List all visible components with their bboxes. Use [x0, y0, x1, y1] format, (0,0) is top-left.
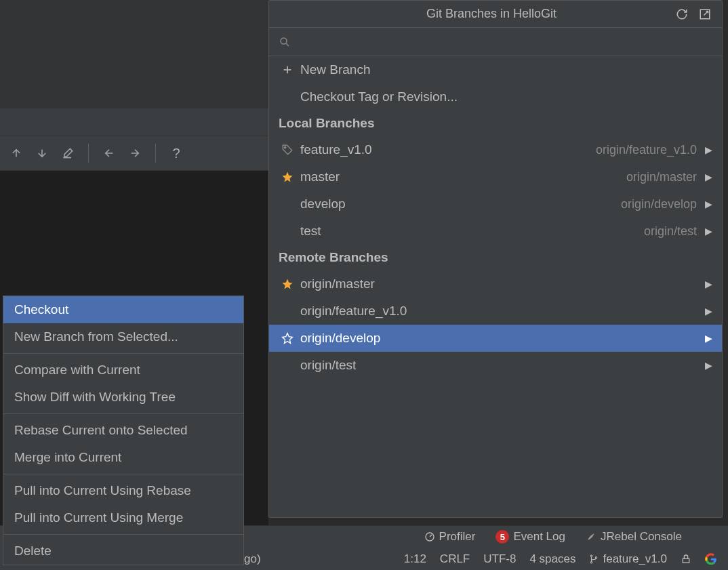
local-branch-feature[interactable]: feature_v1.0 origin/feature_v1.0 ▶ [269, 136, 722, 163]
local-branch-develop[interactable]: develop origin/develop ▶ [269, 190, 722, 218]
toolbar-separator [88, 144, 89, 163]
remote-branches-header: Remote Branches [269, 245, 722, 270]
chevron-right-icon: ▶ [705, 360, 712, 371]
branch-name: origin/master [300, 277, 375, 291]
star-icon [279, 171, 296, 183]
local-branch-test[interactable]: test origin/test ▶ [269, 218, 722, 245]
context-compare[interactable]: Compare with Current [3, 357, 243, 384]
context-pull-merge[interactable]: Pull into Current Using Merge [3, 504, 243, 531]
editor-toolbar: ? [0, 136, 268, 171]
tag-icon [279, 144, 296, 156]
cursor-position[interactable]: 1:12 [404, 552, 426, 566]
branch-name: master [300, 169, 340, 184]
context-new-branch[interactable]: New Branch from Selected... [3, 323, 243, 350]
context-divider [3, 353, 243, 354]
branch-name: origin/feature_v1.0 [300, 304, 407, 319]
edit-underline-icon[interactable] [60, 145, 76, 161]
context-pull-rebase[interactable]: Pull into Current Using Rebase [3, 477, 243, 504]
editor-top-panel [0, 0, 268, 108]
popup-body: New Branch Checkout Tag or Revision... L… [269, 56, 722, 517]
popup-title: Git Branches in HelloGit [308, 7, 674, 21]
search-row[interactable] [269, 28, 722, 56]
tracking-label: origin/develop [621, 197, 697, 211]
jrebel-label: JRebel Console [601, 530, 682, 544]
chevron-right-icon: ▶ [705, 171, 712, 182]
event-count-badge: 5 [496, 530, 509, 544]
new-branch-label: New Branch [300, 62, 371, 77]
tracking-label: origin/test [644, 224, 697, 239]
branch-name: feature_v1.0 [300, 142, 372, 157]
context-rebase[interactable]: Rebase Current onto Selected [3, 417, 243, 444]
rocket-icon [586, 531, 596, 542]
arrow-down-icon[interactable] [34, 145, 50, 161]
readonly-lock-icon[interactable] [681, 554, 691, 565]
context-merge[interactable]: Merge into Current [3, 444, 243, 471]
svg-line-2 [286, 43, 289, 46]
indent-setting[interactable]: 4 spaces [529, 552, 575, 566]
local-branches-header: Local Branches [269, 110, 722, 136]
jrebel-tool[interactable]: JRebel Console [586, 530, 682, 544]
svg-point-8 [591, 561, 592, 563]
checkout-tag-label: Checkout Tag or Revision... [300, 89, 458, 104]
event-log-tool[interactable]: 5 Event Log [496, 530, 565, 544]
plus-icon [279, 64, 296, 75]
remote-branch-develop[interactable]: origin/develop ▶ [269, 325, 722, 352]
branches-popup: Git Branches in HelloGit New Branch Chec… [268, 0, 723, 518]
arrow-up-icon[interactable] [8, 145, 24, 161]
remote-branch-master[interactable]: origin/master ▶ [269, 270, 722, 298]
branch-name: test [300, 224, 321, 239]
chevron-right-icon: ▶ [705, 333, 712, 344]
google-icon[interactable] [705, 553, 717, 565]
context-delete[interactable]: Delete [3, 537, 243, 565]
remote-branch-feature[interactable]: origin/feature_v1.0 ▶ [269, 298, 722, 325]
context-divider [3, 534, 243, 535]
refresh-icon[interactable] [674, 7, 689, 22]
remote-branch-test[interactable]: origin/test ▶ [269, 352, 722, 379]
gauge-icon [424, 531, 435, 542]
chevron-right-icon: ▶ [705, 279, 712, 289]
line-separator[interactable]: CRLF [440, 552, 470, 566]
event-log-label: Event Log [513, 530, 565, 544]
new-branch-action[interactable]: New Branch [269, 56, 722, 83]
tracking-label: origin/master [626, 170, 697, 184]
search-input[interactable] [296, 35, 712, 49]
chevron-right-icon: ▶ [705, 306, 712, 317]
tracking-label: origin/feature_v1.0 [596, 143, 697, 157]
profiler-label: Profiler [439, 530, 476, 544]
checkout-tag-action[interactable]: Checkout Tag or Revision... [269, 83, 722, 110]
arrow-left-icon[interactable] [101, 145, 117, 161]
svg-rect-10 [683, 558, 689, 563]
chevron-right-icon: ▶ [705, 199, 712, 209]
context-checkout[interactable]: Checkout [3, 296, 243, 323]
branch-name: develop [300, 197, 346, 211]
help-icon[interactable]: ? [168, 145, 184, 161]
toolbar-separator [155, 144, 156, 163]
branch-name: origin/test [300, 358, 356, 373]
svg-point-1 [281, 38, 287, 44]
svg-point-9 [596, 556, 597, 558]
profiler-tool[interactable]: Profiler [424, 530, 476, 544]
local-branch-master[interactable]: master origin/master ▶ [269, 163, 722, 190]
file-encoding[interactable]: UTF-8 [483, 552, 516, 566]
star-icon [279, 278, 296, 290]
arrow-right-icon[interactable] [127, 145, 143, 161]
git-branch-name: feature_v1.0 [603, 552, 667, 566]
context-divider [3, 474, 243, 474]
search-icon [279, 36, 291, 48]
chevron-right-icon: ▶ [705, 226, 712, 237]
branch-name: origin/develop [300, 331, 380, 346]
context-divider [3, 413, 243, 414]
popup-header: Git Branches in HelloGit [269, 1, 722, 28]
chevron-right-icon: ▶ [705, 144, 712, 155]
svg-point-5 [285, 147, 286, 148]
svg-point-7 [591, 555, 592, 556]
editor-band [0, 108, 268, 136]
branch-context-menu: Checkout New Branch from Selected... Com… [3, 296, 244, 565]
status-text-fragment: go) [244, 552, 261, 566]
star-outline-icon [279, 332, 296, 344]
git-branch-widget[interactable]: feature_v1.0 [589, 552, 667, 566]
branch-icon [589, 554, 599, 564]
context-diff-working[interactable]: Show Diff with Working Tree [3, 384, 243, 411]
popup-expand-icon[interactable] [697, 7, 712, 22]
